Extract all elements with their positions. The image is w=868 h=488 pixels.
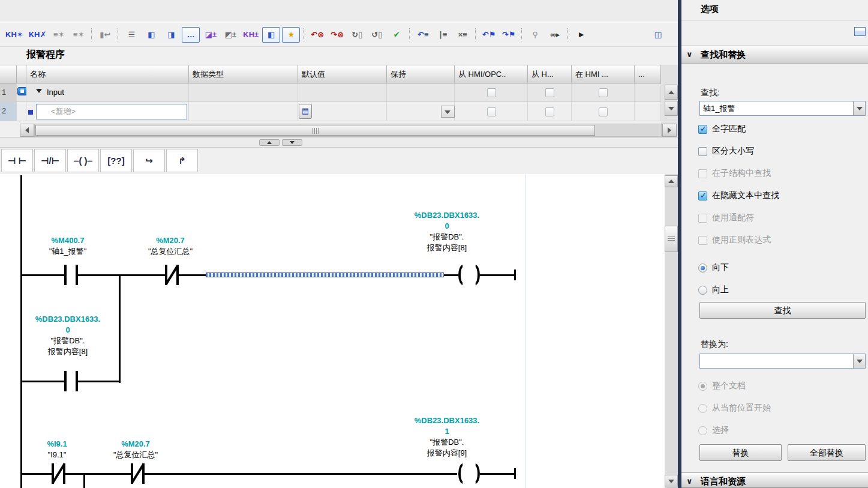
row1-datatype-cell[interactable] — [189, 83, 298, 102]
column-header-from-hmi-opc[interactable]: 从 HMI/OPC.. — [455, 65, 528, 83]
renumber-operands-icon[interactable]: ≡✶ — [70, 27, 88, 43]
more-commands-icon[interactable]: ▶ — [572, 27, 590, 43]
hmi-checkbox[interactable] — [599, 107, 608, 116]
download-icon[interactable]: ↻▯ — [348, 27, 366, 43]
symbol-info-icon[interactable]: KH± — [241, 27, 260, 43]
in-substructures-checkbox[interactable]: 在子结构中查找 — [698, 167, 779, 179]
no-contact[interactable] — [64, 371, 78, 391]
selected-wire[interactable] — [206, 273, 444, 277]
ladder-vscroll-thumb[interactable] — [665, 226, 678, 252]
operand-label[interactable]: %DB23.DBX1633. 1 "报警DB". 报警内容[9] — [396, 415, 498, 459]
coil-button[interactable]: ‒( )‒ — [67, 149, 99, 172]
table-scroll-up-button[interactable] — [665, 85, 678, 100]
nc-contact-button[interactable]: ⊣/⊢ — [34, 149, 66, 172]
close-branch-button[interactable]: ↱ — [166, 149, 198, 172]
previous-error-icon[interactable]: ↶⊗ — [308, 27, 326, 43]
no-contact-button[interactable]: ⊣ ⊢ — [1, 149, 33, 172]
table-hscroll-thumb[interactable] — [35, 125, 595, 136]
column-header-name[interactable]: 名称 — [26, 65, 189, 83]
operand-label[interactable]: %M20.7 "总复位汇总" — [119, 235, 221, 257]
delete-network-icon[interactable]: KH✗ — [27, 27, 49, 43]
absolute-operands-icon[interactable]: ☰ — [122, 27, 140, 43]
scope-from-current-radio[interactable]: 从当前位置开始 — [698, 402, 771, 414]
splitter-collapse-down-button[interactable] — [282, 139, 302, 146]
hmi-checkbox[interactable] — [487, 107, 496, 116]
retain-dropdown[interactable] — [441, 106, 455, 118]
favorites-bar-icon[interactable]: ◧ — [262, 27, 280, 43]
scope-whole-document-radio[interactable]: 整个文档 — [698, 380, 771, 392]
row1-default-cell[interactable] — [298, 83, 387, 102]
hmi-checkbox[interactable] — [545, 88, 554, 97]
expander-icon[interactable] — [36, 89, 42, 93]
insert-network-icon[interactable]: KH✶ — [4, 27, 25, 43]
new-variable-input[interactable]: <新增> — [36, 104, 187, 119]
languages-resources-section-header[interactable]: ∨ 语言和资源 — [681, 472, 868, 488]
ladder-editor-canvas[interactable]: %M400.7 "轴1_报警" %M20.7 "总复位汇总" %DB23.DBX… — [0, 174, 665, 488]
direction-up-radio[interactable]: 向上 — [698, 284, 729, 296]
nc-contact[interactable] — [131, 463, 145, 484]
find-replace-section-header[interactable]: ∨ 查找和替换 — [681, 46, 868, 64]
comment-info-icon[interactable]: ◩± — [221, 27, 239, 43]
table-scroll-right-button[interactable] — [662, 124, 677, 137]
in-hidden-text-checkbox[interactable]: 在隐藏文本中查找 — [698, 190, 779, 202]
find-references-icon[interactable]: ⚲ — [526, 27, 544, 43]
scope-selection-radio[interactable]: 选择 — [698, 424, 771, 436]
monitoring-glasses-icon[interactable]: ∞▸ — [546, 27, 564, 43]
network-comments-icon[interactable]: … — [182, 27, 200, 43]
insert-row-icon[interactable]: ∣≡ — [434, 27, 452, 43]
match-case-checkbox[interactable]: 区分大小写 — [698, 145, 779, 157]
previous-bookmark-icon[interactable]: ↶⚑ — [480, 27, 498, 43]
find-input[interactable]: 轴1_报警 — [699, 101, 866, 116]
coil[interactable] — [457, 463, 481, 484]
delete-row-icon[interactable]: ×≡ — [453, 27, 471, 43]
row-input-name-cell[interactable]: Input — [26, 83, 189, 102]
operand-info-icon[interactable]: ◪± — [202, 27, 220, 43]
nc-contact[interactable] — [165, 265, 179, 285]
keep-connection-icon[interactable]: ▮↩ — [96, 27, 114, 43]
replace-button[interactable]: 替换 — [699, 444, 782, 461]
hmi-checkbox[interactable] — [545, 107, 554, 116]
network-title-icon[interactable]: ◨ — [162, 27, 180, 43]
wildcards-checkbox[interactable]: 使用通配符 — [698, 212, 779, 224]
table-scroll-left-button[interactable] — [20, 124, 34, 137]
find-dropdown-button[interactable] — [853, 101, 865, 115]
renumber-networks-icon[interactable]: ≡✶ — [50, 27, 68, 43]
whole-words-checkbox[interactable]: 全字匹配 — [698, 123, 779, 135]
empty-box-button[interactable]: [??] — [100, 149, 132, 172]
consistency-check-icon[interactable]: ✔ — [388, 27, 406, 43]
hmi-checkbox[interactable] — [487, 88, 496, 97]
coil[interactable] — [457, 265, 481, 285]
row1-retain-cell[interactable] — [387, 83, 455, 102]
no-contact[interactable] — [64, 265, 78, 285]
datatype-picker-button[interactable]: ▤ — [299, 104, 312, 119]
next-bookmark-icon[interactable]: ↷⚑ — [500, 27, 518, 43]
splitter-bar[interactable] — [0, 137, 678, 148]
hmi-checkbox[interactable] — [599, 88, 608, 97]
replace-input[interactable] — [699, 354, 866, 369]
column-header-from-h[interactable]: 从 H... — [528, 65, 572, 83]
ladder-vscroll-track[interactable] — [665, 174, 678, 488]
table-scroll-down-button[interactable] — [665, 101, 678, 116]
direction-down-radio[interactable]: 向下 — [698, 262, 729, 274]
column-header-datatype[interactable]: 数据类型 — [189, 65, 298, 83]
operand-label[interactable]: %M400.7 "轴1_报警" — [17, 235, 119, 257]
column-header-retain[interactable]: 保持 — [387, 65, 455, 83]
operand-label[interactable]: %DB23.DBX1633. 0 "报警DB". 报警内容[8] — [17, 314, 119, 357]
call-structure-icon[interactable]: ↶≡ — [414, 27, 432, 43]
upload-icon[interactable]: ↺▯ — [368, 27, 386, 43]
find-button[interactable]: 查找 — [699, 302, 866, 319]
row2-datatype-cell[interactable] — [189, 102, 298, 121]
splitter-collapse-up-button[interactable] — [259, 139, 280, 146]
operand-label[interactable]: %M20.7 "总复位汇总" — [91, 439, 181, 460]
float-window-icon[interactable] — [854, 27, 866, 36]
replace-all-button[interactable]: 全部替换 — [788, 444, 866, 461]
ladder-scroll-down-button[interactable] — [665, 475, 678, 487]
open-branch-button[interactable]: ↪ — [133, 149, 165, 172]
collapse-icon[interactable]: ∨ — [686, 477, 693, 486]
edit-favorites-icon[interactable]: ★ — [282, 27, 300, 43]
column-header-default[interactable]: 默认值 — [298, 65, 387, 83]
replace-dropdown-button[interactable] — [853, 354, 865, 368]
split-editor-icon[interactable]: ◫ — [649, 26, 667, 42]
column-header-in-hmi[interactable]: 在 HMI ... — [572, 65, 635, 83]
ladder-scroll-up-button[interactable] — [665, 175, 678, 187]
